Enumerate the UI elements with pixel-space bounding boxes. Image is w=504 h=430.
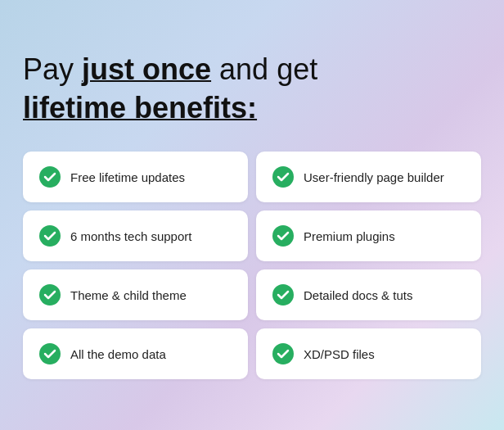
check-icon [39,343,61,364]
svg-point-6 [39,343,61,364]
feature-label-premium-plugins: Premium plugins [304,229,395,243]
svg-point-7 [272,343,294,364]
feature-card-user-friendly-page-builder: User-friendly page builder [256,152,481,202]
check-icon [39,284,61,306]
feature-card-detailed-docs-tuts: Detailed docs & tuts [256,269,481,320]
check-icon [39,166,61,188]
check-icon [272,284,294,306]
svg-point-2 [39,225,61,247]
feature-label-xd-psd-files: XD/PSD files [304,347,375,361]
svg-point-4 [39,284,61,306]
just-once-text: just once [82,52,211,86]
feature-card-all-the-demo-data: All the demo data [23,328,248,379]
check-icon [272,225,294,247]
feature-label-theme-child-theme: Theme & child theme [70,288,187,302]
feature-card-free-lifetime-updates: Free lifetime updates [23,152,248,202]
headline-section: Pay just once and get lifetime benefits: [23,51,481,128]
svg-point-3 [272,225,294,247]
feature-label-detailed-docs-tuts: Detailed docs & tuts [304,288,412,302]
check-icon [272,166,294,188]
feature-label-6-months-tech-support: 6 months tech support [70,229,191,243]
feature-card-xd-psd-files: XD/PSD files [256,328,481,379]
feature-card-premium-plugins: Premium plugins [256,210,481,261]
svg-point-0 [39,166,61,188]
check-icon [39,225,61,247]
features-grid: Free lifetime updates User-friendly page… [23,152,481,379]
feature-label-all-the-demo-data: All the demo data [70,347,166,361]
main-container: Pay just once and get lifetime benefits:… [23,34,481,396]
check-icon [272,343,294,364]
lifetime-benefits-text: lifetime benefits: [23,89,481,128]
feature-label-free-lifetime-updates: Free lifetime updates [70,170,185,184]
svg-point-5 [272,284,294,306]
feature-card-theme-child-theme: Theme & child theme [23,269,248,320]
feature-label-user-friendly-page-builder: User-friendly page builder [304,170,444,184]
svg-point-1 [272,166,294,188]
feature-card-6-months-tech-support: 6 months tech support [23,210,248,261]
headline-text: Pay just once and get lifetime benefits: [23,51,481,128]
